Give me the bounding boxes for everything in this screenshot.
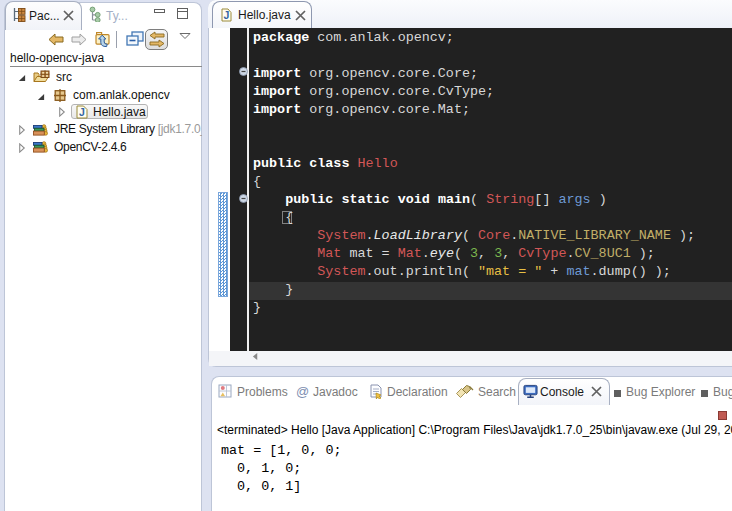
svg-text:J: J [223,9,229,21]
svg-text:J: J [79,106,85,118]
